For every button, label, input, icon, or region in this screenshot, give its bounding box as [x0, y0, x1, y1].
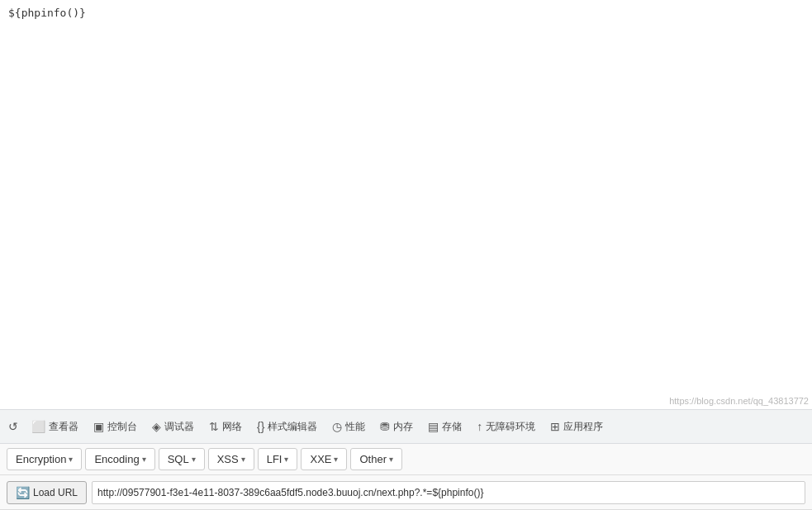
devtools-perf-button[interactable]: ◷ 性能: [325, 417, 372, 437]
devtools-debug-button[interactable]: ◈ 调试器: [145, 417, 201, 437]
style-icon: {}: [257, 420, 264, 433]
content-text: ${phpinfo()}: [8, 7, 86, 19]
main-content: ${phpinfo()} https://blog.csdn.net/qq_43…: [0, 0, 812, 409]
sql-dropdown[interactable]: SQL ▾: [159, 448, 205, 470]
devtools-apps-button[interactable]: ⊞ 应用程序: [544, 417, 610, 437]
inspect-icon: ⬜: [31, 420, 45, 433]
xss-label: XSS: [217, 453, 239, 465]
other-arrow: ▾: [389, 455, 393, 464]
refresh-icon: ↺: [8, 420, 18, 433]
apps-icon: ⊞: [550, 420, 560, 433]
inspect-label: 查看器: [49, 420, 78, 434]
style-label: 样式编辑器: [268, 420, 317, 434]
encoding-label: Encoding: [94, 453, 139, 465]
hackbar-refresh-button[interactable]: ↺: [3, 417, 23, 436]
debug-icon: ◈: [152, 420, 161, 433]
other-dropdown[interactable]: Other ▾: [350, 448, 402, 470]
other-label: Other: [359, 453, 387, 465]
perf-label: 性能: [345, 420, 365, 434]
apps-label: 应用程序: [563, 420, 603, 434]
encoding-arrow: ▾: [142, 455, 146, 464]
xss-dropdown[interactable]: XSS ▾: [208, 448, 254, 470]
devtools-memory-button[interactable]: ⛃ 内存: [373, 417, 420, 437]
hackbar-toolbar: Encryption ▾ Encoding ▾ SQL ▾ XSS ▾ LFI …: [0, 444, 812, 475]
devtools-style-button[interactable]: {} 样式编辑器: [250, 417, 324, 437]
lfi-label: LFI: [267, 453, 283, 465]
devtools-network-button[interactable]: ⇅ 网络: [202, 417, 249, 437]
devtools-console-button[interactable]: ▣ 控制台: [87, 417, 144, 437]
sql-label: SQL: [168, 453, 189, 465]
debug-label: 调试器: [164, 420, 194, 434]
hackbar-url-row: 🔄 Load URL: [0, 475, 812, 510]
xss-arrow: ▾: [241, 455, 245, 464]
console-label: 控制台: [107, 420, 137, 434]
memory-label: 内存: [393, 420, 413, 434]
devtools-storage-button[interactable]: ▤ 存储: [421, 417, 468, 437]
load-url-button[interactable]: 🔄 Load URL: [7, 481, 87, 504]
network-icon: ⇅: [209, 420, 219, 433]
xxe-arrow: ▾: [334, 455, 338, 464]
devtools-bar: ↺ ⬜ 查看器 ▣ 控制台 ◈ 调试器 ⇅ 网络 {} 样式编辑器 ◷ 性能 ⛃…: [0, 409, 812, 444]
lfi-dropdown[interactable]: LFI ▾: [258, 448, 298, 470]
storage-label: 存储: [442, 420, 462, 434]
perf-icon: ◷: [332, 420, 342, 433]
encryption-dropdown[interactable]: Encryption ▾: [7, 448, 82, 470]
sql-arrow: ▾: [192, 455, 196, 464]
encoding-dropdown[interactable]: Encoding ▾: [85, 448, 154, 470]
xxe-dropdown[interactable]: XXE ▾: [301, 448, 347, 470]
load-url-label: Load URL: [33, 487, 78, 498]
network-label: 网络: [222, 420, 242, 434]
console-icon: ▣: [93, 420, 104, 433]
memory-icon: ⛃: [380, 420, 390, 433]
devtools-a11y-button[interactable]: ↑ 无障碍环境: [470, 417, 542, 437]
load-url-icon: 🔄: [16, 486, 30, 499]
watermark: https://blog.csdn.net/qq_43813772: [669, 396, 809, 406]
lfi-arrow: ▾: [284, 455, 288, 464]
xxe-label: XXE: [310, 453, 331, 465]
encryption-arrow: ▾: [69, 455, 73, 464]
encryption-label: Encryption: [16, 453, 66, 465]
a11y-icon: ↑: [477, 420, 482, 433]
a11y-label: 无障碍环境: [486, 420, 535, 434]
storage-icon: ▤: [428, 420, 439, 433]
devtools-inspector-button[interactable]: ⬜ 查看器: [25, 417, 85, 437]
url-input[interactable]: [92, 481, 805, 504]
